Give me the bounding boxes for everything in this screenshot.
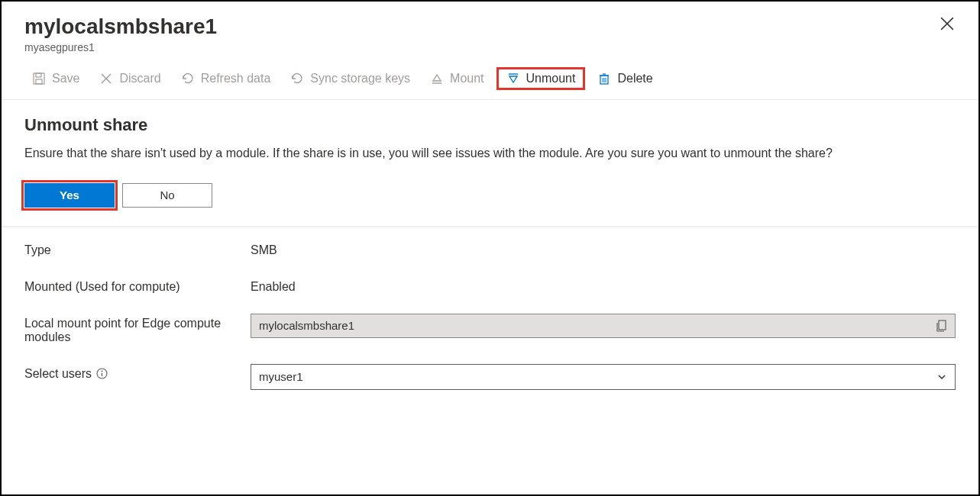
close-icon bbox=[940, 17, 954, 31]
mounted-value: Enabled bbox=[251, 277, 296, 294]
refresh-label: Refresh data bbox=[201, 72, 271, 85]
refresh-icon bbox=[181, 72, 195, 85]
svg-point-19 bbox=[102, 371, 103, 372]
page-title: mylocalsmbshare1 bbox=[24, 14, 956, 40]
sync-button[interactable]: Sync storage keys bbox=[283, 67, 418, 90]
svg-rect-4 bbox=[36, 79, 42, 84]
users-row: Select users myuser1 bbox=[24, 364, 956, 390]
panel-header: mylocalsmbshare1 myasegpures1 bbox=[2, 2, 978, 60]
mountpoint-row: Local mount point for Edge compute modul… bbox=[24, 314, 956, 344]
unmount-button[interactable]: Unmount bbox=[496, 67, 586, 90]
svg-marker-7 bbox=[433, 75, 441, 81]
discard-icon bbox=[99, 72, 113, 85]
delete-icon bbox=[597, 72, 611, 85]
yes-label: Yes bbox=[60, 188, 79, 201]
users-label-text: Select users bbox=[24, 367, 92, 381]
users-label: Select users bbox=[24, 364, 251, 381]
mount-label: Mount bbox=[450, 72, 484, 85]
mounted-label: Mounted (Used for compute) bbox=[24, 277, 251, 294]
page-subtitle: myasegpures1 bbox=[24, 41, 956, 53]
mount-icon bbox=[430, 72, 444, 85]
info-icon[interactable] bbox=[96, 368, 108, 379]
svg-rect-17 bbox=[939, 320, 946, 330]
save-label: Save bbox=[52, 72, 79, 85]
no-button[interactable]: No bbox=[122, 183, 212, 208]
users-select[interactable]: myuser1 bbox=[251, 364, 956, 390]
mountpoint-field: mylocalsmbshare1 bbox=[251, 314, 956, 338]
copy-icon[interactable] bbox=[936, 320, 947, 332]
unmount-label: Unmount bbox=[526, 72, 576, 85]
svg-rect-3 bbox=[36, 73, 41, 77]
dialog-title: Unmount share bbox=[24, 115, 956, 135]
no-label: No bbox=[160, 188, 174, 201]
unmount-icon bbox=[506, 72, 520, 85]
mount-button[interactable]: Mount bbox=[422, 67, 491, 90]
save-icon bbox=[32, 72, 46, 85]
toolbar: Save Discard Refresh data Sync storage k… bbox=[2, 60, 978, 100]
type-value: SMB bbox=[251, 240, 277, 257]
discard-label: Discard bbox=[119, 72, 160, 85]
delete-label: Delete bbox=[617, 72, 652, 85]
discard-button[interactable]: Discard bbox=[92, 67, 168, 90]
svg-marker-9 bbox=[509, 76, 517, 82]
dialog-buttons: Yes No bbox=[24, 183, 956, 208]
users-value: myuser1 bbox=[259, 370, 303, 383]
type-row: Type SMB bbox=[24, 240, 956, 257]
close-button[interactable] bbox=[940, 17, 956, 32]
unmount-dialog: Unmount share Ensure that the share isn'… bbox=[2, 100, 978, 227]
delete-button[interactable]: Delete bbox=[590, 67, 660, 90]
save-button[interactable]: Save bbox=[24, 67, 87, 90]
sync-label: Sync storage keys bbox=[310, 72, 410, 85]
dialog-text: Ensure that the share isn't used by a mo… bbox=[24, 144, 926, 162]
mountpoint-label: Local mount point for Edge compute modul… bbox=[24, 314, 251, 344]
mounted-row: Mounted (Used for compute) Enabled bbox=[24, 277, 956, 294]
refresh-button[interactable]: Refresh data bbox=[173, 67, 279, 90]
svg-rect-2 bbox=[34, 73, 44, 84]
yes-button[interactable]: Yes bbox=[24, 183, 115, 208]
chevron-down-icon bbox=[936, 372, 947, 382]
type-label: Type bbox=[24, 240, 251, 257]
mountpoint-value: mylocalsmbshare1 bbox=[259, 319, 354, 332]
details-section: Type SMB Mounted (Used for compute) Enab… bbox=[2, 227, 978, 404]
sync-icon bbox=[290, 72, 304, 85]
